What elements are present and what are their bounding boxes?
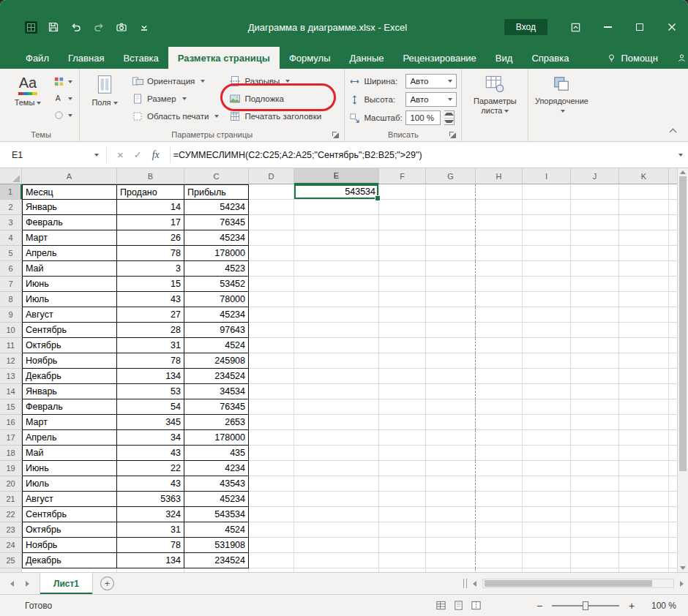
- cell-F23[interactable]: [379, 522, 426, 538]
- cell-E9[interactable]: [294, 307, 379, 323]
- cell-G12[interactable]: [426, 353, 476, 369]
- column-header-J[interactable]: J: [571, 168, 619, 184]
- cell-D8[interactable]: [249, 292, 294, 307]
- add-sheet-button[interactable]: [100, 576, 114, 590]
- cell-F6[interactable]: [379, 261, 426, 277]
- cell-I20[interactable]: [523, 476, 571, 492]
- cell-G2[interactable]: [426, 200, 476, 215]
- cell-F24[interactable]: [379, 538, 426, 553]
- cell-A9[interactable]: Август: [22, 307, 117, 323]
- cell-I10[interactable]: [523, 323, 571, 338]
- camera-icon[interactable]: [115, 20, 128, 34]
- background-button[interactable]: Подложка: [225, 90, 340, 108]
- cell-E6[interactable]: [294, 261, 379, 277]
- page-setup-dialog-launcher-icon[interactable]: [332, 132, 339, 138]
- cancel-formula-icon[interactable]: [117, 149, 124, 161]
- cell-H8[interactable]: [476, 292, 523, 307]
- row-header-21[interactable]: 21: [0, 492, 22, 507]
- cell-J1[interactable]: [571, 184, 619, 200]
- cell-G19[interactable]: [426, 461, 476, 476]
- cell-J3[interactable]: [571, 215, 619, 230]
- cell-I23[interactable]: [523, 522, 571, 538]
- cell-J14[interactable]: [571, 384, 619, 399]
- cell-J9[interactable]: [571, 307, 619, 323]
- cell-D18[interactable]: [249, 446, 294, 461]
- cell-D4[interactable]: [249, 230, 294, 246]
- cell-F19[interactable]: [379, 461, 426, 476]
- cell-I24[interactable]: [523, 538, 571, 553]
- cell-E11[interactable]: [294, 338, 379, 353]
- cell-K13[interactable]: [619, 369, 669, 384]
- cell-F25[interactable]: [379, 553, 426, 568]
- cell-B4[interactable]: 26: [117, 230, 184, 246]
- cell-I11[interactable]: [523, 338, 571, 353]
- scale-spinner[interactable]: [444, 110, 455, 125]
- column-header-D[interactable]: D: [249, 168, 294, 184]
- cell-A1[interactable]: Месяц: [22, 184, 117, 200]
- fit-height-select[interactable]: Авто: [405, 92, 457, 107]
- cell-G5[interactable]: [426, 246, 476, 261]
- cell-B6[interactable]: 3: [117, 261, 184, 277]
- cell-H22[interactable]: [476, 507, 523, 522]
- cell-D23[interactable]: [249, 522, 294, 538]
- row-header-22[interactable]: 22: [0, 507, 22, 522]
- column-header-F[interactable]: F: [379, 168, 426, 184]
- row-header-23[interactable]: 23: [0, 522, 22, 538]
- cell-J7[interactable]: [571, 277, 619, 292]
- cell-D25[interactable]: [249, 553, 294, 568]
- cell-G10[interactable]: [426, 323, 476, 338]
- cell-I3[interactable]: [523, 215, 571, 230]
- cell-J17[interactable]: [571, 430, 619, 446]
- cell-K8[interactable]: [619, 292, 669, 307]
- cell-E21[interactable]: [294, 492, 379, 507]
- cell-F2[interactable]: [379, 200, 426, 215]
- cell-E1[interactable]: 543534: [294, 184, 379, 200]
- cell-C7[interactable]: 53452: [184, 277, 249, 292]
- cell-I8[interactable]: [523, 292, 571, 307]
- cell-B15[interactable]: 54: [117, 399, 184, 415]
- customize-quick-access-icon[interactable]: [138, 20, 151, 34]
- row-header-12[interactable]: 12: [0, 353, 22, 369]
- cell-J13[interactable]: [571, 369, 619, 384]
- cell-F14[interactable]: [379, 384, 426, 399]
- cell-B19[interactable]: 22: [117, 461, 184, 476]
- cell-F17[interactable]: [379, 430, 426, 446]
- row-header-3[interactable]: 3: [0, 215, 22, 230]
- orientation-button[interactable]: Ориентация: [128, 72, 223, 90]
- next-sheet-icon[interactable]: [26, 581, 29, 587]
- cell-D7[interactable]: [249, 277, 294, 292]
- cell-B20[interactable]: 43: [117, 476, 184, 492]
- ribbon-tab-Справка[interactable]: Справка: [522, 47, 578, 69]
- cell-K19[interactable]: [619, 461, 669, 476]
- cell-J4[interactable]: [571, 230, 619, 246]
- cell-B8[interactable]: 43: [117, 292, 184, 307]
- ribbon-tab-Поделиться[interactable]: Поделиться: [668, 47, 688, 69]
- ribbon-tab-Разметка страницы[interactable]: Разметка страницы: [168, 47, 280, 69]
- cell-K7[interactable]: [619, 277, 669, 292]
- cell-I17[interactable]: [523, 430, 571, 446]
- cell-E4[interactable]: [294, 230, 379, 246]
- cell-D5[interactable]: [249, 246, 294, 261]
- cell-A11[interactable]: Октябрь: [22, 338, 117, 353]
- cell-G17[interactable]: [426, 430, 476, 446]
- cell-H2[interactable]: [476, 200, 523, 215]
- cell-C11[interactable]: 4524: [184, 338, 249, 353]
- cell-G4[interactable]: [426, 230, 476, 246]
- cell-J16[interactable]: [571, 415, 619, 430]
- cell-J21[interactable]: [571, 492, 619, 507]
- cell-B23[interactable]: 31: [117, 522, 184, 538]
- cell-H10[interactable]: [476, 323, 523, 338]
- cell-K16[interactable]: [619, 415, 669, 430]
- cell-H18[interactable]: [476, 446, 523, 461]
- cell-K12[interactable]: [619, 353, 669, 369]
- scroll-right-icon[interactable]: [680, 581, 684, 587]
- cell-H3[interactable]: [476, 215, 523, 230]
- cell-A6[interactable]: Май: [22, 261, 117, 277]
- cell-A18[interactable]: Май: [22, 446, 117, 461]
- column-header-B[interactable]: B: [117, 168, 184, 184]
- cell-H5[interactable]: [476, 246, 523, 261]
- cell-A4[interactable]: Март: [22, 230, 117, 246]
- horizontal-scrollbar[interactable]: [482, 579, 674, 588]
- cell-B17[interactable]: 34: [117, 430, 184, 446]
- cell-D6[interactable]: [249, 261, 294, 277]
